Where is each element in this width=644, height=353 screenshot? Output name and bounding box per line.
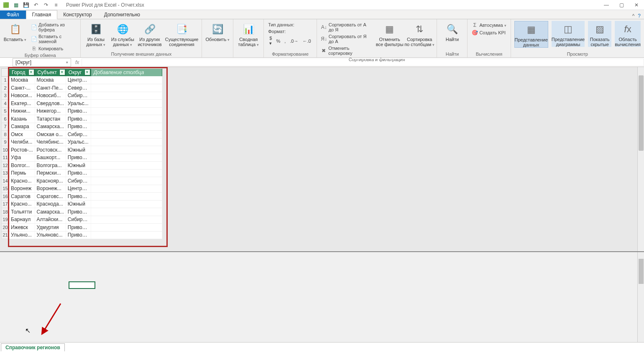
- tab-design[interactable]: Конструктор: [57, 10, 98, 19]
- cell-district[interactable]: Привол...: [66, 169, 91, 177]
- row-number[interactable]: 8: [2, 131, 9, 139]
- paste-from-buffer[interactable]: 📄Добавить из буфера: [30, 22, 77, 33]
- cell-city[interactable]: Новоси...: [9, 92, 35, 100]
- create-kpi-button[interactable]: 🎯Создать KPI: [471, 29, 507, 36]
- cell-add[interactable]: [91, 76, 162, 84]
- add-column[interactable]: Добавление столбца: [91, 69, 162, 77]
- table-row[interactable]: 1МоскваМоскваЦентра...: [2, 76, 162, 84]
- maximize-button[interactable]: ▢: [614, 0, 629, 10]
- cell-subject[interactable]: Санкт-Пе...: [35, 84, 66, 92]
- cell-district[interactable]: Сибирс...: [66, 177, 91, 185]
- cell-subject[interactable]: Татарстан: [35, 115, 66, 123]
- row-number[interactable]: 15: [2, 185, 9, 193]
- datatype-dropdown[interactable]: Тип данных:: [267, 22, 313, 28]
- table-row[interactable]: 13ПермьПермски...Привол...: [2, 169, 162, 177]
- cell-add[interactable]: [91, 138, 162, 146]
- table-row[interactable]: 5Нижни...Нижегор...Привол...: [2, 107, 162, 115]
- cell-subject[interactable]: Воронеж...: [35, 185, 66, 193]
- cell-city[interactable]: Нижни...: [9, 107, 35, 115]
- cell-district[interactable]: Южный: [66, 200, 91, 208]
- comma-button[interactable]: ,: [283, 39, 287, 44]
- row-number[interactable]: 12: [2, 162, 9, 170]
- cell-district[interactable]: Сибирс...: [66, 131, 91, 139]
- inc-decimal-button[interactable]: .0→: [289, 39, 299, 44]
- cell-city[interactable]: Москва: [9, 76, 35, 84]
- cell-city[interactable]: Ульяно...: [9, 231, 35, 239]
- paste-button[interactable]: 📋 Вставить: [3, 21, 27, 42]
- vertical-scrollbar-top[interactable]: [637, 67, 644, 251]
- cell-subject[interactable]: Краснода...: [35, 200, 66, 208]
- cell-district[interactable]: Южный: [66, 162, 91, 170]
- scroll-thumb-bottom[interactable]: [639, 259, 644, 284]
- cell-subject[interactable]: Пермски...: [35, 169, 66, 177]
- row-number[interactable]: 1: [2, 76, 9, 84]
- cell-subject[interactable]: Самарска...: [35, 123, 66, 131]
- table-row[interactable]: 3Новоси...Новосиб...Сибирс...: [2, 92, 162, 100]
- cell-district[interactable]: Привол...: [66, 115, 91, 123]
- col-subject[interactable]: Субъект▾: [35, 69, 66, 77]
- tab-home[interactable]: Главная: [26, 10, 58, 19]
- copy-button[interactable]: ⎘Копировать: [30, 45, 77, 52]
- row-number[interactable]: 10: [2, 146, 9, 154]
- cell-add[interactable]: [91, 107, 162, 115]
- show-hidden-button[interactable]: ▨Показать скрытые: [588, 21, 611, 47]
- cell-subject[interactable]: Башкорт...: [35, 154, 66, 162]
- tab-advanced[interactable]: Дополнительно: [98, 10, 146, 19]
- from-other-button[interactable]: 🔗Из других источников: [138, 21, 161, 47]
- cell-district[interactable]: Привол...: [66, 154, 91, 162]
- cell-add[interactable]: [91, 100, 162, 108]
- find-button[interactable]: 🔍Найти: [440, 21, 464, 42]
- table-row[interactable]: 16СаратовСаратовс...Привол...: [2, 193, 162, 201]
- existing-conn-button[interactable]: 📑Существующие соединения: [165, 21, 199, 47]
- help-icon[interactable]: ?: [638, 13, 641, 19]
- cell-add[interactable]: [91, 216, 162, 224]
- dec-decimal-button[interactable]: ←.0: [302, 39, 312, 44]
- cell-add[interactable]: [91, 193, 162, 201]
- cell-district[interactable]: Центра...: [66, 185, 91, 193]
- cell-city[interactable]: Екатер...: [9, 100, 35, 108]
- cell-city[interactable]: Челяби...: [9, 138, 35, 146]
- redo-icon[interactable]: ↷: [42, 1, 50, 9]
- row-number[interactable]: 11: [2, 154, 9, 162]
- clear-filters-button[interactable]: ▦Отменить все фильтры: [377, 21, 402, 47]
- cell-district[interactable]: Привол...: [66, 193, 91, 201]
- cell-add[interactable]: [91, 154, 162, 162]
- cell-district[interactable]: Северо...: [66, 84, 91, 92]
- row-number[interactable]: 19: [2, 216, 9, 224]
- table-row[interactable]: 17Красно...Краснода...Южный: [2, 200, 162, 208]
- cell-subject[interactable]: Краснояр...: [35, 177, 66, 185]
- currency-button[interactable]: $ ▾: [268, 36, 273, 46]
- cell-district[interactable]: Центра...: [66, 76, 91, 84]
- cell-city[interactable]: Ижевск: [9, 224, 35, 232]
- col-city[interactable]: Город▾: [9, 69, 35, 77]
- row-number[interactable]: 5: [2, 107, 9, 115]
- clear-sort[interactable]: ✖Отменить сортировку: [320, 45, 374, 56]
- row-number[interactable]: 20: [2, 224, 9, 232]
- cell-city[interactable]: Санкт-...: [9, 84, 35, 92]
- cell-add[interactable]: [91, 200, 162, 208]
- cell-subject[interactable]: Ростовск...: [35, 146, 66, 154]
- formula-input[interactable]: [82, 59, 644, 66]
- cell-subject[interactable]: Саратовс...: [35, 193, 66, 201]
- sort-by-column-button[interactable]: ⇅Сортировка по столбцам: [406, 21, 433, 47]
- calc-area-button[interactable]: fxОбласть вычисления: [615, 21, 641, 47]
- autosum-button[interactable]: ΣАвтосумма: [471, 22, 507, 28]
- tab-file[interactable]: Файл: [0, 10, 26, 19]
- cell-city[interactable]: Тольятти: [9, 208, 35, 216]
- cell-district[interactable]: Сибирс...: [66, 216, 91, 224]
- row-number[interactable]: 17: [2, 200, 9, 208]
- table-row[interactable]: 12Волгог...Волгогра...Южный: [2, 162, 162, 170]
- table-row[interactable]: 4Екатер...Свердлов...Уральс...: [2, 100, 162, 108]
- qat-dropdown-icon[interactable]: ≡: [52, 1, 60, 9]
- filter-city-icon[interactable]: ▾: [28, 69, 34, 75]
- cell-subject[interactable]: Алтайски...: [35, 216, 66, 224]
- diagram-view-button[interactable]: ◫Представление диаграммы: [552, 21, 585, 47]
- data-view-button[interactable]: ▦Представление данных: [514, 21, 548, 48]
- row-number[interactable]: 13: [2, 169, 9, 177]
- table-row[interactable]: 2Санкт-...Санкт-Пе...Северо...: [2, 84, 162, 92]
- cell-city[interactable]: Пермь: [9, 169, 35, 177]
- cell-add[interactable]: [91, 92, 162, 100]
- from-service-button[interactable]: 🌐Из службы данных: [111, 21, 134, 47]
- row-number[interactable]: 18: [2, 208, 9, 216]
- refresh-button[interactable]: 🔄Обновить: [205, 21, 230, 42]
